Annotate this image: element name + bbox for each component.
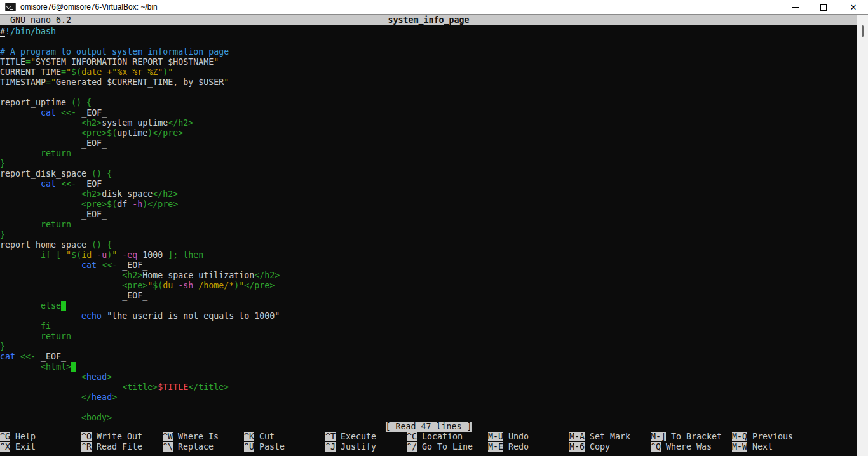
code-line: #!/bin/bash: [0, 27, 280, 37]
code-line: return: [0, 332, 280, 342]
menu-shortcut-read-file[interactable]: ^R Read File: [81, 442, 163, 452]
shortcut-label: Where Is: [173, 432, 219, 441]
shortcut-key: ^\: [163, 442, 173, 452]
shortcut-label: Replace: [173, 442, 214, 452]
menu-shortcut-help[interactable]: ^G Help: [0, 432, 81, 442]
shortcut-label: Where Was: [661, 442, 712, 452]
code-line: <body>: [0, 413, 280, 423]
shortcut-label: Help: [10, 432, 36, 441]
shortcut-label: Next: [747, 442, 773, 452]
window-controls: ✕: [780, 0, 868, 14]
minimize-button[interactable]: [780, 0, 810, 14]
menu-shortcut-set-mark[interactable]: M-A Set Mark: [569, 432, 651, 442]
menu-shortcut-location[interactable]: ^C Location: [407, 432, 488, 442]
shortcut-label: Execute: [336, 432, 376, 441]
shortcut-key: ^U: [244, 442, 254, 452]
code-line: }: [0, 159, 280, 169]
shortcut-label: To Bracket: [666, 432, 722, 441]
code-line: echo "the userid is not equals to 1000": [0, 311, 280, 321]
window-titlebar: omisore76@omisore76-VirtualBox: ~/bin ✕: [0, 0, 868, 15]
nano-titlebar: GNU nano 6.2 system_info_page: [0, 15, 857, 25]
shortcut-label: Undo: [503, 432, 529, 441]
code-line: <pre>$(uptime)</pre>: [0, 128, 280, 138]
code-line: [0, 37, 280, 47]
menu-row: ^X Exit^R Read File^\ Replace^U Paste^J …: [0, 442, 857, 452]
menu-shortcut-justify[interactable]: ^J Justify: [325, 442, 407, 452]
shortcut-key: M-Q: [732, 432, 747, 441]
menu-shortcut-execute[interactable]: ^T Execute: [325, 432, 407, 442]
shortcut-label: Exit: [10, 442, 36, 452]
close-button[interactable]: ✕: [839, 0, 868, 14]
menu-shortcut-go-to-line[interactable]: ^/ Go To Line: [407, 442, 488, 452]
restore-icon: [820, 4, 827, 11]
code-line: <pre>$(df -h)</pre>: [0, 199, 280, 210]
shortcut-key: ^/: [407, 442, 417, 452]
shortcut-key: ^C: [407, 432, 417, 441]
nano-statusbar: [ Read 47 lines ]: [385, 422, 471, 432]
code-line: <h2>disk space</h2>: [0, 189, 280, 199]
code-line: <h2>system uptime</h2>: [0, 118, 280, 128]
code-line: cat <<- _EOF_: [0, 260, 280, 271]
code-line: <pre>"$(du -sh /home/*)"</pre>: [0, 281, 280, 291]
shortcut-key: M-6: [569, 442, 585, 452]
restore-button[interactable]: [810, 0, 839, 14]
code-line: <html>: [0, 362, 280, 372]
shortcut-key: ^R: [81, 442, 92, 452]
shortcut-key: ^O: [81, 432, 92, 441]
code-line: [0, 88, 280, 98]
code-line: report_disk_space () {: [0, 169, 280, 179]
shortcut-label: Write Out: [92, 432, 142, 441]
code-line: return: [0, 220, 280, 230]
shortcut-key: ^J: [325, 442, 336, 452]
menu-shortcut-previous[interactable]: M-Q Previous: [732, 432, 813, 442]
code-line: CURRENT_TIME="$(date +"%x %r %Z")": [0, 67, 280, 77]
code-line: return: [0, 149, 280, 159]
code-line: cat <<- _EOF_: [0, 108, 280, 118]
shortcut-key: ^Q: [651, 442, 661, 452]
menu-shortcut-next[interactable]: M-W Next: [732, 442, 813, 452]
menu-shortcut-where-is[interactable]: ^W Where Is: [163, 432, 244, 442]
menu-shortcut-cut[interactable]: ^K Cut: [244, 432, 325, 442]
code-line: [0, 403, 280, 413]
menu-shortcut-redo[interactable]: M-E Redo: [488, 442, 569, 452]
nano-shortcut-menu: ^G Help^O Write Out^W Where Is^K Cut^T E…: [0, 432, 857, 452]
code-line: _EOF_: [0, 291, 280, 301]
code-line: }: [0, 230, 280, 240]
shortcut-key: M-E: [488, 442, 503, 452]
shortcut-key: M-A: [569, 432, 585, 441]
code-line: fi: [0, 321, 280, 332]
menu-shortcut-to-bracket[interactable]: M-] To Bracket: [651, 432, 732, 442]
shortcut-key: M-W: [732, 442, 747, 452]
code-line: # A program to output system information…: [0, 47, 280, 57]
menu-shortcut-undo[interactable]: M-U Undo: [488, 432, 569, 442]
shortcut-label: Read File: [92, 442, 142, 452]
menu-shortcut-write-out[interactable]: ^O Write Out: [81, 432, 163, 442]
scrollbar-thumb[interactable]: [862, 25, 864, 37]
code-line: cat <<- _EOF_: [0, 179, 280, 189]
menu-shortcut-copy[interactable]: M-6 Copy: [569, 442, 651, 452]
scrollbar[interactable]: [857, 15, 868, 456]
menu-shortcut-exit[interactable]: ^X Exit: [0, 442, 81, 452]
code-line: report_uptime () {: [0, 98, 280, 108]
shortcut-label: Redo: [503, 442, 529, 452]
code-line: </head>: [0, 392, 280, 403]
shortcut-label: Location: [417, 432, 463, 441]
code-editor-area[interactable]: #!/bin/bash# A program to output system …: [0, 27, 280, 423]
code-line: TITLE="SYSTEM INFORMATION REPORT $HOSTNA…: [0, 57, 280, 67]
shortcut-label: Paste: [254, 442, 285, 452]
code-line: report_home_space () {: [0, 240, 280, 250]
shortcut-key: ^K: [244, 432, 254, 441]
close-icon: ✕: [850, 3, 857, 11]
code-line: _EOF_: [0, 138, 280, 149]
shortcut-label: Cut: [254, 432, 275, 441]
menu-row: ^G Help^O Write Out^W Where Is^K Cut^T E…: [0, 432, 857, 442]
shortcut-label: Justify: [336, 442, 376, 452]
menu-shortcut-paste[interactable]: ^U Paste: [244, 442, 325, 452]
menu-shortcut-replace[interactable]: ^\ Replace: [163, 442, 244, 452]
shortcut-key: ^T: [325, 432, 336, 441]
window-title: omisore76@omisore76-VirtualBox: ~/bin: [20, 3, 158, 11]
code-line: else: [0, 301, 280, 311]
shortcut-key: ^X: [0, 442, 10, 452]
menu-shortcut-where-was[interactable]: ^Q Where Was: [651, 442, 732, 452]
shortcut-label: Set Mark: [585, 432, 630, 441]
